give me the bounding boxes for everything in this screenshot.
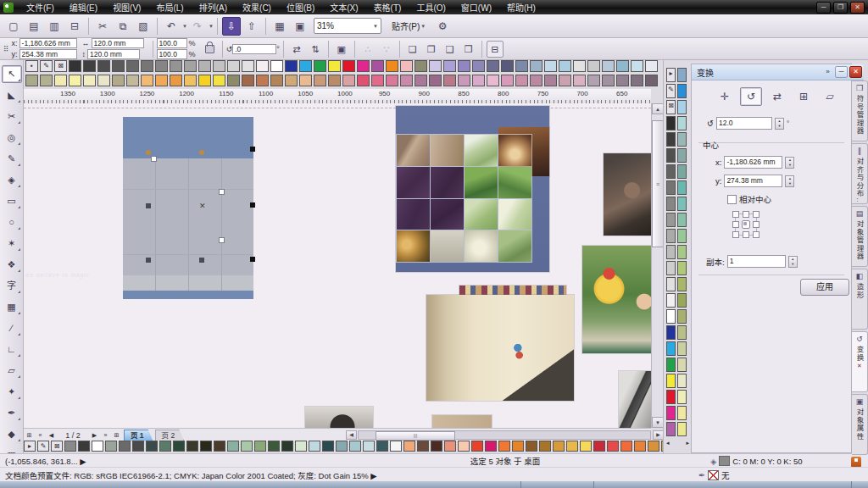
color-swatch[interactable] xyxy=(573,60,586,72)
color-swatch[interactable] xyxy=(666,277,676,291)
color-swatch[interactable] xyxy=(97,75,110,86)
color-swatch[interactable] xyxy=(648,441,659,452)
color-swatch[interactable] xyxy=(487,75,499,86)
center-x-spinner[interactable]: ▲▼ xyxy=(785,157,794,169)
color-swatch[interactable] xyxy=(105,441,117,452)
next-page-button[interactable]: ▶ xyxy=(89,432,100,439)
color-swatch[interactable] xyxy=(677,197,687,211)
to-back-button[interactable]: ∵ xyxy=(378,41,395,58)
color-swatch[interactable] xyxy=(141,75,153,86)
color-swatch[interactable] xyxy=(620,441,632,452)
color-swatch[interactable] xyxy=(429,60,442,72)
transform-scale-mirror-button[interactable]: ⇄ xyxy=(766,87,788,106)
color-swatch[interactable] xyxy=(587,60,600,72)
color-swatch[interactable] xyxy=(376,441,388,452)
color-swatch[interactable] xyxy=(25,75,38,86)
color-swatch[interactable] xyxy=(666,245,676,259)
simplify-button[interactable]: ❒ xyxy=(460,41,477,58)
color-swatch[interactable] xyxy=(677,164,687,179)
close-button[interactable]: ✕ xyxy=(850,2,865,14)
color-swatch[interactable] xyxy=(666,213,676,227)
color-swatch[interactable] xyxy=(666,197,676,211)
color-swatch[interactable] xyxy=(40,75,53,86)
paste-button[interactable]: ▧ xyxy=(134,17,153,36)
color-swatch[interactable] xyxy=(677,100,687,114)
outline-color-swatch[interactable] xyxy=(708,470,719,480)
color-swatch[interactable] xyxy=(666,229,676,243)
palette-eyedropper-button[interactable]: ✎ xyxy=(40,60,53,72)
undo-button[interactable]: ↶ xyxy=(162,17,181,36)
color-swatch[interactable] xyxy=(515,60,528,72)
center-y-spinner[interactable]: ▲▼ xyxy=(785,175,794,187)
color-swatch[interactable] xyxy=(512,441,524,452)
color-swatch[interactable] xyxy=(159,441,171,452)
color-swatch[interactable] xyxy=(314,60,326,72)
color-swatch[interactable] xyxy=(309,441,320,452)
color-swatch[interactable] xyxy=(295,441,307,452)
crop-tool[interactable]: ✂ xyxy=(2,108,22,125)
color-swatch[interactable] xyxy=(299,75,312,86)
add-page-button[interactable]: ⊞ xyxy=(24,432,35,439)
color-swatch[interactable] xyxy=(170,60,182,72)
vertical-scroll-thumb[interactable]: ≡ xyxy=(652,120,664,247)
menu-item[interactable]: 布局(L) xyxy=(148,2,191,14)
color-swatch[interactable] xyxy=(322,441,334,452)
color-swatch[interactable] xyxy=(155,60,168,72)
relative-center-checkbox[interactable] xyxy=(727,195,737,204)
palette-options-button[interactable]: ▪ xyxy=(25,60,38,72)
color-swatch[interactable] xyxy=(631,75,643,86)
blend-tool[interactable]: ▱ xyxy=(2,362,22,380)
menu-item[interactable]: 文件(F) xyxy=(19,2,62,14)
color-swatch[interactable] xyxy=(666,180,676,195)
color-swatch[interactable] xyxy=(328,75,341,86)
color-swatch[interactable] xyxy=(666,132,676,147)
color-swatch[interactable] xyxy=(677,84,687,98)
color-swatch[interactable] xyxy=(213,75,225,86)
horizontal-ruler[interactable]: 1350130012501200115011001050100095090085… xyxy=(24,89,651,104)
collage-photo-cell[interactable] xyxy=(498,199,531,230)
color-swatch[interactable] xyxy=(666,148,676,163)
color-swatch[interactable] xyxy=(677,68,687,82)
ellipse-tool[interactable]: ○ xyxy=(2,214,22,231)
color-swatch[interactable] xyxy=(184,75,197,86)
color-swatch[interactable] xyxy=(200,441,212,452)
color-swatch[interactable] xyxy=(227,441,239,452)
anchor-point-grid[interactable] xyxy=(731,209,761,240)
color-swatch[interactable] xyxy=(342,75,355,86)
welcome-screen-button[interactable]: ▣ xyxy=(291,17,309,36)
palette-scroll-right-icon[interactable]: ▸ xyxy=(686,440,689,448)
menu-item[interactable]: 视图(V) xyxy=(105,2,148,14)
color-swatch[interactable] xyxy=(299,60,312,72)
color-swatch[interactable] xyxy=(666,358,676,372)
selection-handle[interactable] xyxy=(250,202,255,208)
color-swatch[interactable] xyxy=(371,60,384,72)
object-y-field[interactable]: 254.38 mm xyxy=(19,49,77,59)
export-button[interactable]: ⇧ xyxy=(242,17,261,36)
color-swatch[interactable] xyxy=(645,60,658,72)
page-tab-1[interactable]: 页 1 xyxy=(124,430,153,441)
redo-button-dropdown-icon[interactable]: ▼ xyxy=(209,24,214,29)
vertical-scrollbar[interactable]: ▲ ≡ ▼ xyxy=(651,103,664,428)
collage-photo-cell[interactable] xyxy=(397,199,430,230)
angle-spinner[interactable]: ▲▼ xyxy=(775,118,784,130)
color-swatch[interactable] xyxy=(126,60,139,72)
color-swatch[interactable] xyxy=(64,441,76,452)
color-swatch[interactable] xyxy=(677,116,687,130)
color-swatch[interactable] xyxy=(78,441,90,452)
application-launcher-button[interactable]: ▦ xyxy=(270,17,289,36)
previous-page-button[interactable]: ◀ xyxy=(46,432,57,439)
apply-button[interactable]: 应用 xyxy=(800,279,849,296)
snap-to-button[interactable]: 贴齐(P)▼ xyxy=(387,18,431,34)
color-swatch[interactable] xyxy=(241,441,253,452)
color-swatch[interactable] xyxy=(587,75,600,86)
color-swatch[interactable] xyxy=(677,325,687,340)
color-swatch[interactable] xyxy=(256,60,269,72)
copies-field[interactable]: 1 xyxy=(727,255,786,268)
connector-tool[interactable]: ∟ xyxy=(2,341,22,358)
color-swatch[interactable] xyxy=(666,325,676,340)
menu-item[interactable]: 编辑(E) xyxy=(62,2,105,14)
copies-spinner[interactable]: ▲▼ xyxy=(788,256,798,268)
fill-color-swatch[interactable] xyxy=(719,456,730,466)
menu-item[interactable]: 窗口(W) xyxy=(453,2,499,14)
color-swatch[interactable] xyxy=(472,60,485,72)
